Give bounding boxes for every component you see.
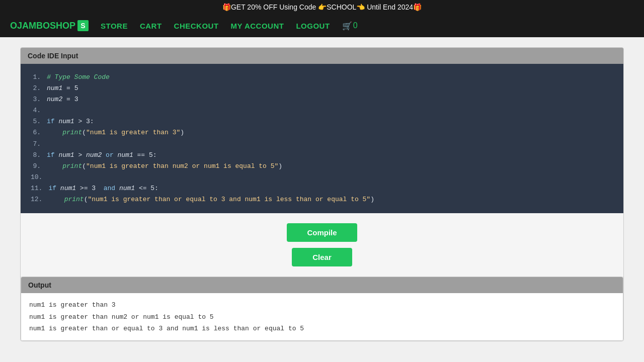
code-line-3: 3. num2 = 3 [31, 94, 613, 105]
announcement-text: 🎁GET 20% OFF Using Code 👉SCHOOL👈 Until E… [222, 3, 422, 11]
cart-icon[interactable]: 🛒0 [342, 21, 358, 31]
code-line-6: 6. print("num1 is greater than 3") [31, 127, 613, 138]
nav-my-account[interactable]: MY ACCOUNT [231, 22, 284, 30]
output-line-2: num1 is greater than num2 or num1 is equ… [29, 311, 615, 323]
output-body: num1 is greater than 3 num1 is greater t… [21, 293, 623, 340]
nav-cart[interactable]: CART [140, 22, 162, 30]
code-line-9: 9. print("num1 is greater than num2 or n… [31, 161, 613, 172]
nav-logout[interactable]: LOGOUT [296, 22, 330, 30]
code-line-1: 1. # Type Some Code [31, 72, 613, 83]
output-panel: Output num1 is greater than 3 num1 is gr… [21, 277, 623, 341]
code-line-12: 12. print("num1 is greater than or equal… [31, 194, 613, 205]
code-line-10: 10. [31, 172, 613, 183]
output-line-1: num1 is greater than 3 [29, 299, 615, 311]
output-header: Output [21, 277, 623, 293]
clear-button[interactable]: Clear [292, 248, 352, 266]
code-ide-header: Code IDE Input [21, 48, 623, 64]
code-line-8: 8. if num1 > num2 or num1 == 5: [31, 150, 613, 161]
code-line-4: 4. [31, 105, 613, 116]
brand-link[interactable]: OJAMBOSHOP S [10, 20, 89, 31]
nav-links: STORE CART CHECKOUT MY ACCOUNT LOGOUT 🛒0 [101, 21, 358, 31]
buttons-area: Compile Clear [21, 213, 623, 277]
code-editor[interactable]: 1. # Type Some Code 2. num1 = 5 3. num2 … [21, 64, 623, 213]
bottom-nav: 23. Dictionary 24. Chapter 5: If Else Co… [0, 351, 644, 362]
brand-logo: S [77, 20, 89, 31]
code-line-5: 5. if num1 > 3: [31, 116, 613, 127]
code-line-11: 11. if num1 >= 3 and num1 <= 5: [31, 183, 613, 194]
nav-checkout[interactable]: CHECKOUT [174, 22, 219, 30]
code-line-2: 2. num1 = 5 [31, 83, 613, 94]
main-nav: OJAMBOSHOP S STORE CART CHECKOUT MY ACCO… [0, 14, 644, 37]
code-line-7: 7. [31, 139, 613, 150]
code-ide-panel: Code IDE Input 1. # Type Some Code 2. nu… [20, 47, 624, 341]
compile-button[interactable]: Compile [287, 223, 357, 242]
output-line-3: num1 is greater than or equal to 3 and n… [29, 323, 615, 334]
announcement-bar: 🎁GET 20% OFF Using Code 👉SCHOOL👈 Until E… [0, 0, 644, 14]
main-content: Code IDE Input 1. # Type Some Code 2. nu… [0, 37, 644, 351]
nav-store[interactable]: STORE [101, 22, 128, 30]
